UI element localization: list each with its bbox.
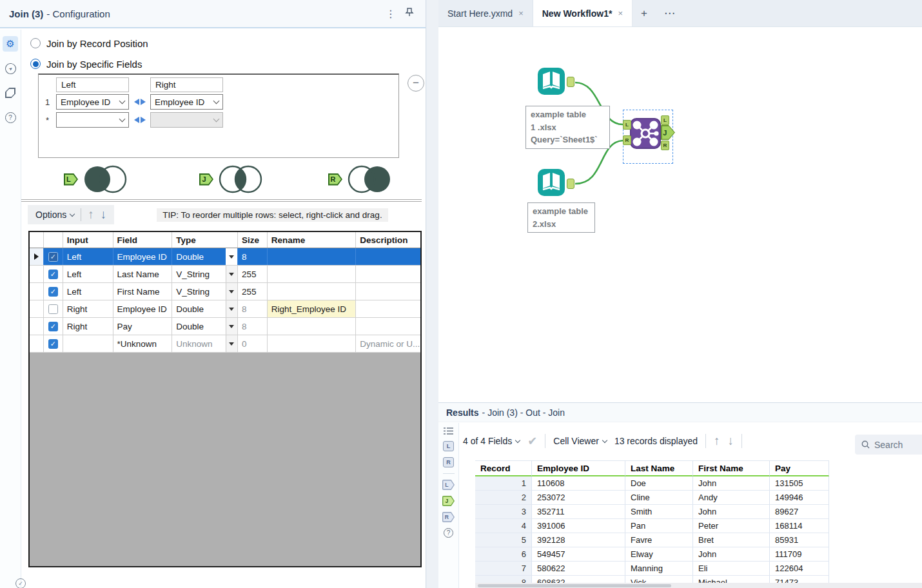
data-cell[interactable]: Smith [625,505,693,519]
results-horizontal-scrollbar[interactable] [475,583,922,588]
data-cell[interactable]: 131505 [770,476,829,491]
description-cell[interactable] [356,300,420,317]
pin-icon[interactable] [402,7,417,20]
description-cell[interactable] [356,266,420,282]
join-output-anchor[interactable]: J [661,125,675,140]
field-checkbox[interactable] [48,304,58,314]
field-cell[interactable]: First Name [113,283,173,300]
gear-icon[interactable]: ⚙ [3,36,18,52]
field-cell[interactable]: Last Name [113,266,173,282]
field-checkbox[interactable]: ✓ [48,252,58,262]
fields-dropdown[interactable]: 4 of 4 Fields [463,436,520,446]
data-cell[interactable]: Manning [625,562,693,576]
size-cell[interactable]: 0 [238,335,268,352]
grid-header-input[interactable]: Input [63,232,113,248]
data-cell[interactable]: 89627 [770,505,829,519]
results-column-header[interactable]: Last Name [625,461,693,476]
results-column-header[interactable]: Employee ID [532,461,625,476]
next-arrow-icon[interactable]: ↓ [728,434,734,448]
data-cell[interactable]: John [693,505,770,519]
input-cell[interactable]: Left [63,248,113,265]
output-right-anchor-button[interactable]: R [442,512,455,522]
input-right-anchor-button[interactable]: R [443,457,454,467]
grid-row[interactable]: ✓LeftEmployee IDDouble8 [30,248,420,266]
data-cell[interactable]: 149946 [770,491,829,505]
data-cell[interactable]: John [693,547,770,562]
radio-circle[interactable] [30,59,41,69]
help-icon[interactable]: ? [3,110,18,125]
input-tool-1-output-anchor[interactable] [567,77,574,87]
input-cell[interactable]: Left [63,266,113,282]
prev-arrow-icon[interactable]: ↑ [714,434,720,448]
grid-header-type[interactable]: Type [172,232,238,248]
field-checkbox[interactable]: ✓ [48,339,58,349]
data-cell[interactable]: Favre [625,533,693,547]
join-right-input-anchor[interactable]: R [623,135,631,145]
apply-check-icon[interactable]: ✔ [527,434,537,448]
rename-cell[interactable] [268,248,357,265]
tab-start-here[interactable]: Start Here.yxmd × [438,0,533,26]
input-tool-2-output-anchor[interactable] [567,179,574,189]
data-cell[interactable]: 392128 [532,533,625,547]
cell-viewer-dropdown[interactable]: Cell Viewer [553,436,607,446]
results-column-header[interactable]: First Name [693,461,770,476]
data-cell[interactable]: 168114 [770,519,829,533]
close-icon[interactable]: × [518,8,524,18]
type-dropdown-button[interactable] [226,266,237,282]
data-cell[interactable]: 253072 [532,491,625,505]
swap-fields-icons[interactable] [129,99,150,105]
grid-row[interactable]: ✓LeftLast NameV_String255 [30,266,420,283]
join-tool-icon[interactable] [630,118,661,149]
panel-menu-icon[interactable]: ⋮ [379,8,402,20]
data-cell[interactable]: 549457 [532,547,625,562]
data-cell[interactable]: Doe [625,476,693,491]
field-cell[interactable]: Employee ID [113,300,173,317]
data-cell[interactable]: John [693,476,770,491]
type-cell[interactable]: Double [172,300,238,317]
output-join-anchor-button[interactable]: J [442,496,455,506]
size-cell[interactable]: 255 [238,266,268,282]
radio-circle[interactable] [30,38,41,48]
data-cell[interactable]: Peter [693,519,770,533]
input-tool-1-annotation[interactable]: example table1 .xlsxQuery=`Sheet1$` [525,106,610,149]
move-down-icon[interactable]: ↓ [101,208,107,222]
type-cell[interactable]: Double [172,318,238,335]
size-cell[interactable]: 8 [238,318,268,335]
input-cell[interactable] [63,335,113,352]
input-left-anchor-button[interactable]: L [443,441,454,451]
close-icon[interactable]: × [618,8,623,18]
type-cell[interactable]: V_String [172,283,238,300]
results-help-icon[interactable]: ? [444,528,453,538]
description-cell[interactable] [356,283,420,300]
options-button[interactable]: Options [35,210,74,220]
rename-cell[interactable] [268,335,357,352]
description-cell[interactable]: Dynamic or U... [356,335,420,352]
data-cell[interactable]: 110608 [532,476,625,491]
grid-header-description[interactable]: Description [356,232,420,248]
remove-row-button[interactable]: − [407,75,424,92]
rename-cell[interactable] [268,318,357,335]
type-cell[interactable]: Unknown [172,335,238,352]
join-left-input-anchor[interactable]: L [623,120,631,130]
input-cell[interactable]: Right [63,300,113,317]
input-cell[interactable]: Left [63,283,113,300]
data-cell[interactable]: 85931 [770,533,829,547]
data-cell[interactable]: 391006 [532,519,625,533]
type-dropdown-button[interactable] [226,300,237,317]
grid-row[interactable]: ✓*UnknownUnknown0Dynamic or U... [30,335,420,353]
tab-new-workflow1[interactable]: New Workflow1* × [533,0,633,26]
results-search-box[interactable]: Search [855,435,922,455]
panel-splitter[interactable] [427,0,438,588]
radio-join-by-record-position[interactable]: Join by Record Position [30,36,148,50]
navigation-icon[interactable]: ➤ [3,61,18,76]
input-tool-2-icon[interactable] [537,168,565,197]
data-cell[interactable]: 111709 [770,547,829,562]
data-cell[interactable]: Cline [625,491,693,505]
left-field-dropdown[interactable] [56,112,129,128]
input-tool-2-annotation[interactable]: example table2.xlsx [527,202,595,233]
data-cell[interactable]: 122604 [770,562,829,576]
field-checkbox[interactable]: ✓ [48,322,58,331]
field-checkbox[interactable]: ✓ [48,270,58,279]
grid-row[interactable]: RightEmployee IDDouble8Right_Employee ID [30,300,420,318]
right-field-dropdown[interactable]: Employee ID [150,94,223,110]
